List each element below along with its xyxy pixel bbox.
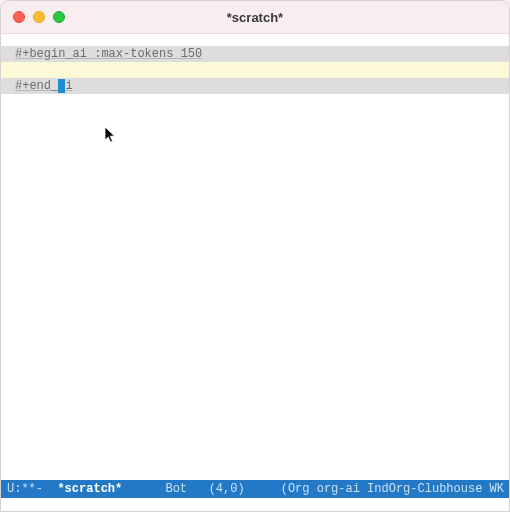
modeline-position: Bot [165,482,187,496]
window-title: *scratch* [1,10,509,25]
editor-area[interactable]: #+begin_ai :max-tokens 150 #+end_ai [1,34,509,480]
modeline-modes[interactable]: (Org org-ai IndOrg-Clubhouse WK [281,482,504,496]
ai-block-end[interactable]: #+end_ai [1,78,509,94]
mouse-pointer-icon [104,126,118,144]
close-icon[interactable] [13,11,25,23]
titlebar[interactable]: *scratch* [1,1,509,34]
window-controls [1,11,65,23]
modeline-buffer[interactable]: *scratch* [57,482,122,496]
modeline-status: U:**- [7,482,43,496]
maximize-icon[interactable] [53,11,65,23]
text-cursor [58,79,65,93]
modeline[interactable]: U:**- *scratch* Bot (4,0) (Org org-ai In… [1,480,509,498]
modeline-coords: (4,0) [209,482,245,496]
minibuffer[interactable] [1,498,509,511]
minimize-icon[interactable] [33,11,45,23]
editor-window: *scratch* #+begin_ai :max-tokens 150 #+e… [0,0,510,512]
ai-block-content[interactable] [1,62,509,78]
ai-block-begin[interactable]: #+begin_ai :max-tokens 150 [1,46,509,62]
